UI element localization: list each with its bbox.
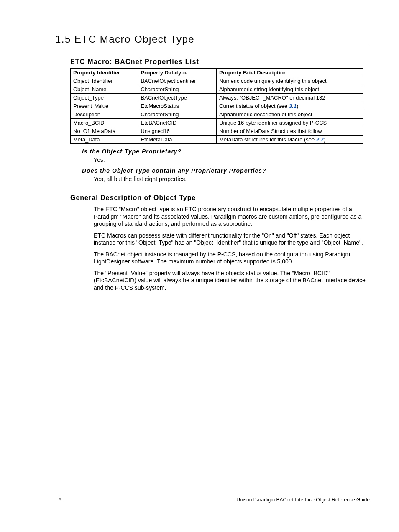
col-header-identifier: Property Identifier — [71, 69, 138, 77]
section-title: ETC Macro Object Type — [74, 33, 194, 45]
question-proprietary-props: Does the Object Type contain any Proprie… — [82, 167, 370, 174]
cell-property-description: Alphanumeric string identifying this obj… — [217, 85, 363, 94]
answer-proprietary-type: Yes. — [94, 156, 370, 163]
cell-property-datatype: BACnetObjectIdentifier — [138, 77, 217, 85]
table-heading: ETC Macro: BACnet Properties List — [70, 58, 370, 66]
cell-property-description: Numeric code uniquely identifying this o… — [217, 77, 363, 85]
table-row: Object_TypeBACnetObjectTypeAlways: "OBJE… — [71, 94, 363, 102]
body-paragraph: The "Present_Value" property will always… — [94, 270, 370, 292]
cell-property-identifier: No_Of_MetaData — [71, 127, 138, 136]
cell-property-datatype: EtcBACnetCID — [138, 119, 217, 127]
table-row: Object_IdentifierBACnetObjectIdentifierN… — [71, 77, 363, 85]
cell-property-identifier: Macro_BCID — [71, 119, 138, 127]
question-proprietary-type: Is the Object Type Proprietary? — [82, 148, 370, 155]
table-header-row: Property Identifier Property Datatype Pr… — [71, 69, 363, 77]
properties-table: Property Identifier Property Datatype Pr… — [70, 68, 363, 144]
cross-reference-link[interactable]: 2.7 — [316, 136, 324, 143]
cross-reference-link[interactable]: 3.1 — [289, 103, 297, 109]
cell-property-identifier: Meta_Data — [71, 136, 138, 144]
cell-property-datatype: CharacterString — [138, 85, 217, 94]
cell-property-description: Unique 16 byte identifier assigned by P-… — [217, 119, 363, 127]
cell-property-description: Number of MetaData Structures that follo… — [217, 127, 363, 136]
answer-proprietary-props: Yes, all but the first eight properties. — [94, 176, 370, 182]
body-paragraph: ETC Macros can possess state with differ… — [94, 232, 370, 247]
body-paragraph: The BACnet object instance is managed by… — [94, 251, 370, 266]
cell-property-identifier: Object_Type — [71, 94, 138, 102]
cell-property-description: Always: "OBJECT_MACRO" or decimal 132 — [217, 94, 363, 102]
cell-property-datatype: EtcMacroStatus — [138, 102, 217, 110]
cell-property-datatype: Unsigned16 — [138, 127, 217, 136]
table-row: No_Of_MetaDataUnsigned16Number of MetaDa… — [71, 127, 363, 136]
cell-property-description: Current status of object (see 3.1). — [217, 102, 363, 110]
cell-property-datatype: BACnetObjectType — [138, 94, 217, 102]
doc-title: Unison Paradigm BACnet Interface Object … — [236, 497, 370, 503]
cell-property-description: Alphanumeric description of this object — [217, 110, 363, 119]
section-number: 1.5 — [55, 33, 71, 45]
col-header-datatype: Property Datatype — [138, 69, 217, 77]
col-header-description: Property Brief Description — [217, 69, 363, 77]
table-row: Object_NameCharacterStringAlphanumeric s… — [71, 85, 363, 94]
cell-property-identifier: Present_Value — [71, 102, 138, 110]
cell-property-identifier: Description — [71, 110, 138, 119]
section-heading: 1.5 ETC Macro Object Type — [55, 33, 370, 46]
cell-property-description: MetaData structures for this Macro (see … — [217, 136, 363, 144]
general-description-heading: General Description of Object Type — [70, 194, 370, 202]
cell-property-identifier: Object_Identifier — [71, 77, 138, 85]
table-row: DescriptionCharacterStringAlphanumeric d… — [71, 110, 363, 119]
body-paragraph: The ETC "Macro" object type is an ETC pr… — [94, 206, 370, 228]
table-row: Meta_DataEtcMetaDataMetaData structures … — [71, 136, 363, 144]
cell-property-datatype: EtcMetaData — [138, 136, 217, 144]
cell-property-identifier: Object_Name — [71, 85, 138, 94]
page-number: 6 — [59, 497, 61, 503]
cell-property-datatype: CharacterString — [138, 110, 217, 119]
table-row: Present_ValueEtcMacroStatusCurrent statu… — [71, 102, 363, 110]
page-footer: 6 Unison Paradigm BACnet Interface Objec… — [59, 497, 370, 503]
table-row: Macro_BCIDEtcBACnetCIDUnique 16 byte ide… — [71, 119, 363, 127]
